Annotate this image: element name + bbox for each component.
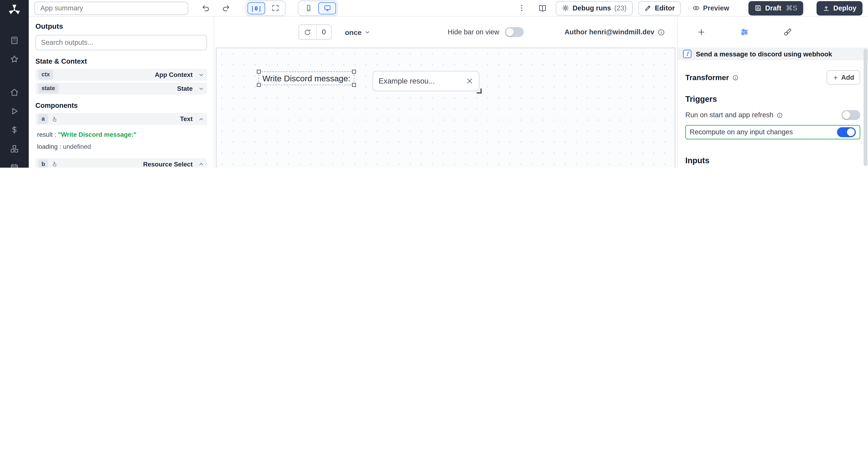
- ctx-row[interactable]: ctx App Context: [35, 69, 207, 81]
- info-icon[interactable]: [777, 112, 783, 118]
- mobile-view-icon[interactable]: [300, 2, 317, 14]
- frequency-dropdown[interactable]: once: [345, 28, 371, 36]
- info-icon[interactable]: [732, 74, 738, 80]
- author-label: Author henri@windmill.dev: [565, 28, 654, 36]
- inputs-title: Inputs: [685, 156, 860, 165]
- deploy-button[interactable]: Deploy: [817, 1, 863, 15]
- ctx-label: App Context: [155, 71, 192, 78]
- text-component[interactable]: Write Discord message:: [259, 72, 353, 85]
- component-a-label: Text: [180, 116, 193, 122]
- docs-book-icon[interactable]: [535, 1, 550, 15]
- resource-select-component[interactable]: Example resou...: [373, 71, 479, 91]
- app-summary-input[interactable]: [34, 1, 188, 15]
- transformer-label: Transformer: [685, 73, 729, 81]
- resources-blocks-icon[interactable]: [4, 139, 24, 158]
- chevron-down-icon[interactable]: [198, 72, 204, 78]
- refresh-count: 0: [317, 28, 331, 36]
- scrollbar-thumb[interactable]: [864, 48, 867, 166]
- apps-icon[interactable]: [4, 31, 24, 50]
- add-transformer-button[interactable]: Add: [826, 70, 860, 85]
- recompute-row-highlighted: Recompute on any input changes: [685, 125, 860, 139]
- component-b-label: Resource Select: [143, 161, 193, 167]
- preview-tab-button[interactable]: Preview: [686, 1, 735, 15]
- component-settings-sliders-icon[interactable]: [736, 24, 753, 40]
- top-header: |0| Debug runs(23) Editor: [29, 0, 868, 16]
- more-menu-kebab-icon[interactable]: [514, 1, 529, 15]
- component-a-badge: a: [38, 114, 48, 124]
- component-a-row[interactable]: a Text: [35, 113, 207, 125]
- draft-button[interactable]: Draft⌘S: [749, 1, 804, 15]
- script-f-icon: f: [683, 50, 691, 58]
- redo-button[interactable]: [218, 1, 234, 15]
- canvas-column: 0 once Hide bar on view Author henri@win…: [214, 16, 677, 168]
- device-toggle-group: [298, 0, 338, 16]
- state-row[interactable]: state State: [35, 82, 207, 95]
- triggers-title: Triggers: [685, 95, 860, 103]
- trigger-run-on-start-label: Run on start and app refresh: [685, 111, 773, 119]
- styling-brush-icon[interactable]: [779, 24, 796, 40]
- resize-handle[interactable]: [352, 70, 356, 73]
- selected-runnable-title: Send a message to discord using webhook: [696, 50, 832, 58]
- grid-options-group: |0|: [246, 0, 285, 16]
- refresh-count-button[interactable]: 0: [299, 24, 332, 40]
- state-label: State: [177, 85, 192, 92]
- editor-tab-button[interactable]: Editor: [638, 1, 681, 15]
- state-badge: state: [38, 84, 59, 93]
- resize-handle[interactable]: [257, 83, 260, 87]
- run-on-start-toggle[interactable]: [841, 110, 860, 120]
- resize-handle[interactable]: [257, 70, 260, 73]
- chevron-up-icon[interactable]: [198, 161, 204, 167]
- selected-runnable-header: f Send a message to discord using webhoo…: [678, 47, 868, 60]
- app-root: |0| Debug runs(23) Editor: [0, 0, 868, 168]
- debug-runs-button[interactable]: Debug runs(23): [556, 1, 633, 15]
- component-b-badge: b: [38, 159, 49, 168]
- runs-play-icon[interactable]: [4, 102, 24, 121]
- info-icon[interactable]: [658, 29, 665, 36]
- search-outputs-input[interactable]: [35, 35, 207, 51]
- undo-button[interactable]: [198, 1, 214, 15]
- component-a-props: result : "Write Discord message:" loadin…: [35, 127, 207, 158]
- app-canvas[interactable]: Write Discord message: Example resou... …: [216, 47, 675, 168]
- fullscreen-icon[interactable]: [266, 2, 284, 14]
- clear-x-icon[interactable]: [466, 77, 473, 85]
- pointer-hand-icon: [52, 161, 58, 167]
- resize-corner[interactable]: [476, 89, 482, 94]
- component-settings-panel: f Send a message to discord using webhoo…: [677, 16, 868, 168]
- outputs-title: Outputs: [35, 22, 207, 30]
- insert-component-plus-icon[interactable]: [693, 24, 710, 40]
- settings-tabs: [678, 16, 868, 47]
- refresh-icon[interactable]: [299, 25, 317, 39]
- favorites-star-icon[interactable]: [4, 50, 24, 69]
- home-icon[interactable]: [4, 83, 24, 102]
- component-b-row[interactable]: b Resource Select: [35, 158, 207, 168]
- components-title: Components: [35, 102, 207, 110]
- ctx-badge: ctx: [38, 70, 53, 79]
- state-context-title: State & Context: [35, 58, 207, 65]
- hide-bar-label: Hide bar on view: [448, 28, 499, 36]
- outputs-panel: Outputs State & Context ctx App Context …: [29, 16, 214, 168]
- schedules-calendar-icon[interactable]: [4, 158, 24, 168]
- trigger-recompute-label: Recompute on any input changes: [690, 128, 793, 136]
- variables-dollar-icon[interactable]: [4, 121, 24, 139]
- grid-compact-button[interactable]: |0|: [248, 2, 265, 14]
- windmill-logo[interactable]: [8, 3, 21, 16]
- left-rail: [0, 0, 29, 168]
- chevron-up-icon[interactable]: [198, 116, 204, 122]
- pointer-hand-icon: [52, 116, 58, 122]
- canvas-toolbar: 0 once Hide bar on view Author henri@win…: [214, 16, 677, 47]
- hide-bar-toggle[interactable]: [505, 27, 524, 37]
- recompute-toggle[interactable]: [837, 127, 856, 137]
- desktop-view-icon[interactable]: [318, 2, 336, 14]
- chevron-down-icon[interactable]: [198, 86, 204, 92]
- resize-handle[interactable]: [352, 83, 356, 87]
